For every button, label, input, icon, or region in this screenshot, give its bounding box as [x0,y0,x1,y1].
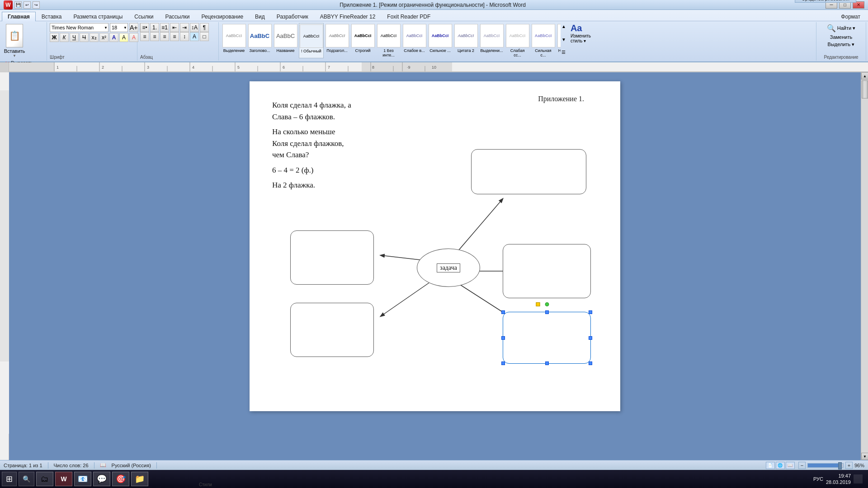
tab-review[interactable]: Рецензирование [195,12,249,21]
handle-ml[interactable] [501,336,505,340]
change-style-btn[interactable]: Aa Изменитьстиль ▾ [571,23,591,43]
tab-developer[interactable]: Разработчик [271,12,314,21]
handle-tr[interactable] [589,310,592,314]
taskbar-app-3[interactable]: 📧 [74,472,91,486]
numbering-btn[interactable]: 1. [150,23,159,32]
start-button[interactable]: ⊞ [2,472,17,486]
handle-bm[interactable] [545,361,549,365]
print-view-btn[interactable]: 📄 [766,462,775,469]
bullets-btn[interactable]: ≡• [140,23,149,32]
strikethrough-btn[interactable]: Ч [80,33,89,42]
scroll-thumb[interactable] [862,80,868,99]
superscript-btn[interactable]: x² [99,33,108,42]
handle-yellow[interactable] [536,302,540,306]
increase-indent-btn[interactable]: ⇥ [180,23,189,32]
shape-left-upper[interactable] [290,230,374,285]
tab-page-layout[interactable]: Разметка страницы [67,12,128,21]
tab-references[interactable]: Ссылки [128,12,159,21]
style-em[interactable]: AaBbCcIВыделени... [479,23,504,58]
search-button[interactable]: 🔍 [19,472,34,486]
styles-more-btn[interactable]: ☰ [561,50,566,55]
taskbar-app-4[interactable]: 💬 [93,472,110,486]
text-effects-btn[interactable]: A [109,33,118,42]
taskbar-word-app[interactable]: W [55,472,72,486]
bold-button[interactable]: Ж [50,33,59,42]
tab-home[interactable]: Главная [2,12,36,21]
styles-up-btn[interactable]: ▲ [561,24,566,29]
tab-view[interactable]: Вид [249,12,271,21]
style-strong[interactable]: AaBbCcIСтрогий [350,23,375,58]
underline-button[interactable]: Ч [70,33,79,42]
shape-right-lower-selected[interactable] [503,312,591,364]
grow-font-btn[interactable]: A+ [129,23,138,32]
handle-tm[interactable] [545,310,549,314]
find-button[interactable]: 🔍 Найти ▾ [826,23,856,33]
language-status[interactable]: Русский (Россия) [112,463,151,468]
font-family-input[interactable] [50,23,108,32]
justify-btn[interactable]: ≡ [170,32,179,41]
shading-btn[interactable]: A [190,32,199,41]
show-desktop-btn[interactable] [854,474,863,483]
font-color-btn[interactable]: A [129,33,138,42]
style-title[interactable]: AaBbCНазвание [273,23,298,58]
style-normal[interactable]: AaBbCcI! Обычный [299,23,324,58]
style-no-space[interactable]: AaBbCcI1 Без инте... [376,23,401,58]
style-strong-ref[interactable]: AaBbCcIСильная с... [531,23,556,58]
font-family-arrow[interactable]: ▼ [104,26,108,30]
align-right-btn[interactable]: ≡ [160,32,169,41]
styles-down-btn[interactable]: ▼ [561,37,566,42]
multilevel-btn[interactable]: ≡1 [160,23,169,32]
zoom-level[interactable]: 96% [854,463,864,468]
tab-abbyy[interactable]: ABBYY FineReader 12 [314,12,382,21]
taskbar-app-6[interactable]: 📁 [131,472,148,486]
sort-btn[interactable]: ↕A [190,23,199,32]
document-area[interactable]: Приложение 1. Коля сделал 4 флажка, аСла… [9,72,861,460]
font-size-arrow[interactable]: ▼ [123,26,127,30]
paste-dropdown-arrow[interactable]: ▼ [13,54,16,58]
zoom-handle[interactable] [838,462,842,469]
show-marks-btn[interactable]: ¶ [200,23,209,32]
redo-btn[interactable]: ↪ [33,1,40,9]
tab-format[interactable]: Формат [835,12,866,21]
zoom-slider[interactable] [807,463,844,468]
save-quick-btn[interactable]: 💾 [14,1,22,9]
handle-tl[interactable] [501,310,505,314]
scroll-down-btn[interactable]: ▼ [861,453,868,460]
scroll-up-btn[interactable]: ▲ [861,72,868,80]
align-left-btn[interactable]: ≡ [140,32,149,41]
tab-insert[interactable]: Вставка [36,12,68,21]
style-highlighting[interactable]: AaBbCcIВыделение [222,23,246,58]
shape-left-lower[interactable] [290,303,374,357]
undo-btn[interactable]: ↩ [24,1,31,9]
highlight-btn[interactable]: A [119,33,128,42]
paste-button[interactable]: 📋 Вставить ▼ [5,23,24,59]
shape-center-ellipse[interactable]: задача [417,249,480,287]
handle-bl[interactable] [501,361,505,365]
tray-lang[interactable]: РУС [813,476,823,482]
handle-rotate[interactable] [545,302,549,306]
zoom-out-btn[interactable]: − [798,462,806,469]
tab-foxit[interactable]: Foxit Reader PDF [381,12,436,21]
line-spacing-btn[interactable]: ↕ [180,32,189,41]
style-name2[interactable]: AaBbCcIНазвание... [557,23,561,58]
scroll-track[interactable] [861,80,868,453]
taskbar-app-5[interactable]: 🎯 [112,472,129,486]
style-weak-ref[interactable]: AaBbCcIСлабая сс... [505,23,530,58]
web-view-btn[interactable]: 🌐 [776,462,785,469]
tab-mailings[interactable]: Рассылки [160,12,196,21]
align-center-btn[interactable]: ≡ [150,32,159,41]
taskbar-app-1[interactable]: 🗂 [36,472,53,486]
style-quote2[interactable]: AaBbCcIЦитата 2 [453,23,478,58]
replace-button[interactable]: Заменить [829,33,853,41]
style-heading[interactable]: AaBbCЗаголово... [247,23,272,58]
style-subtitle[interactable]: AaBbCcIПодзагол... [325,23,349,58]
handle-mr[interactable] [589,336,592,340]
style-strong-em[interactable]: AaBbCcIСильное ... [428,23,453,58]
style-soft-em[interactable]: AaBbCcIСлабое в... [402,23,427,58]
handle-br[interactable] [589,361,592,365]
reading-view-btn[interactable]: 📖 [786,462,795,469]
border-btn[interactable]: □ [200,32,209,41]
shape-top-right[interactable] [471,149,586,194]
vertical-scrollbar[interactable]: ▲ ▼ [861,72,868,460]
decrease-indent-btn[interactable]: ⇤ [170,23,179,32]
